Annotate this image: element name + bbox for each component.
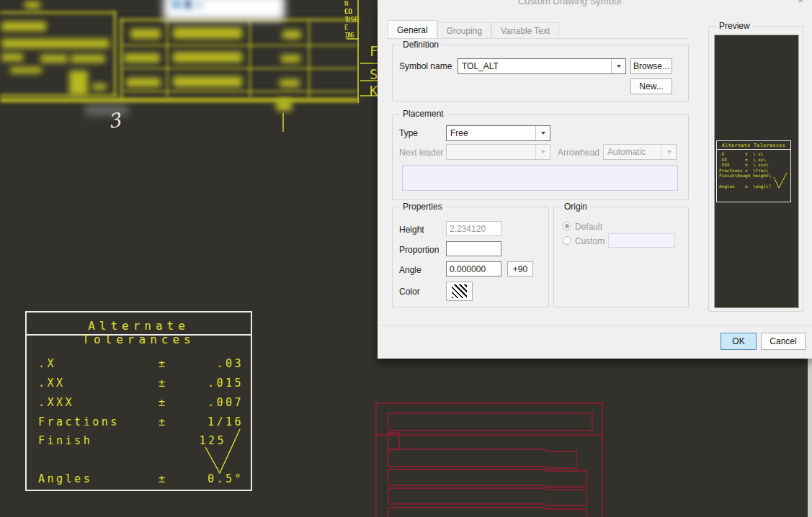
- new-button[interactable]: New...: [630, 78, 672, 94]
- blur-blob: [130, 29, 161, 39]
- proportion-label: Proportion: [399, 245, 439, 255]
- tab-variable-text[interactable]: Variable Text: [491, 22, 559, 39]
- blur-line: [114, 12, 116, 96]
- dialog-title: Custom Drawing Symbol: [378, 0, 762, 6]
- tab-strip: General Grouping Variable Text: [388, 20, 559, 39]
- tol-label: .XX: [38, 377, 66, 390]
- blur-line: [166, 20, 168, 98]
- type-value: Free: [447, 128, 535, 138]
- tol-value: 0.5°: [164, 472, 244, 485]
- tol-label: Fractions: [38, 415, 120, 428]
- symbol-name-value: TOL_ALT: [458, 61, 611, 71]
- preview-row: .X ± \.x\: [717, 151, 790, 157]
- type-label: Type: [399, 128, 418, 138]
- blur-blob: [282, 30, 301, 39]
- zone-letter: K: [370, 83, 378, 99]
- default-radio-label: Default: [575, 222, 602, 232]
- browse-button[interactable]: Browse...: [630, 58, 672, 74]
- definition-group: Definition Symbol name TOL_ALT Browse...…: [392, 45, 689, 102]
- preview-symbol: Alternate Tolerances .X ± \.x\ .XX ± \.x…: [716, 140, 791, 202]
- note-fragment: USE: [347, 16, 361, 24]
- blur-blob: [173, 27, 242, 39]
- blur-blob: [173, 76, 242, 87]
- blur-line: [249, 20, 251, 98]
- preview-symbol-title: Alternate Tolerances: [717, 141, 790, 150]
- tol-value: 125: [147, 434, 226, 447]
- footer-separator: [378, 325, 812, 326]
- tab-grouping[interactable]: Grouping: [437, 22, 491, 39]
- blur-blob: [1, 53, 23, 61]
- logo-mark: [171, 0, 182, 9]
- angle-label: Angle: [399, 265, 421, 275]
- properties-group-label: Properties: [400, 202, 445, 212]
- placement-group: Placement Type Free Next leader Arrowhea…: [392, 114, 689, 200]
- origin-group-label: Origin: [561, 202, 590, 212]
- color-label: Color: [399, 287, 420, 297]
- angle-field[interactable]: 0.000000: [446, 261, 501, 277]
- default-radio: [563, 222, 571, 230]
- cancel-button[interactable]: Cancel: [761, 333, 806, 350]
- blur-line: [122, 68, 357, 69]
- tol-label: .X: [38, 357, 56, 370]
- arrowhead-value: Automatic: [604, 147, 661, 157]
- redacted-logo: [164, 0, 285, 20]
- color-swatch-button[interactable]: [446, 282, 473, 301]
- window-edge: [808, 359, 812, 517]
- chevron-down-icon: [535, 145, 550, 159]
- symbol-name-combo[interactable]: TOL_ALT: [458, 58, 626, 74]
- blur-blob: [92, 84, 107, 90]
- blur-line: [122, 45, 357, 46]
- blur-blob: [24, 1, 40, 9]
- type-combo[interactable]: Free: [446, 125, 550, 141]
- tolerance-row: Angles ± 0.5°: [27, 472, 251, 485]
- origin-group: Origin Default Custom: [553, 207, 689, 307]
- close-icon[interactable]: ×: [798, 0, 803, 6]
- preview-row: .XX ± \.xx\: [717, 157, 790, 163]
- blur-line: [0, 94, 117, 96]
- blur-blob: [126, 78, 161, 87]
- custom-drawing-symbol-dialog: Custom Drawing Symbol × General Grouping…: [378, 0, 812, 359]
- definition-group-label: Definition: [400, 40, 442, 50]
- custom-radio-label: Custom: [575, 236, 604, 246]
- preview-row: .XXX ± \.xxx\: [717, 162, 790, 168]
- chevron-down-icon[interactable]: [535, 126, 550, 140]
- blur-blob: [1, 39, 110, 48]
- blur-blob: [69, 71, 88, 95]
- tol-value: 1/16: [164, 415, 244, 428]
- plus90-button[interactable]: +90: [507, 261, 533, 277]
- tolerance-row: Fractions ± 1/16: [27, 415, 251, 428]
- logo-mark: [184, 0, 192, 9]
- arrowhead-combo: Automatic: [603, 144, 677, 160]
- tab-general[interactable]: General: [388, 20, 437, 39]
- next-leader-combo: [446, 144, 550, 160]
- tolerance-table-title: Alternate Tolerances: [27, 313, 251, 336]
- custom-radio: [563, 236, 571, 245]
- blur-line: [308, 20, 310, 98]
- blur-line: [0, 12, 115, 14]
- placement-text-area[interactable]: [402, 165, 678, 191]
- blur-blob: [10, 67, 42, 73]
- blur-line: [122, 91, 357, 92]
- blur-line: [0, 98, 358, 102]
- arrowhead-label: Arrowhead: [558, 148, 599, 158]
- chevron-down-icon: [661, 145, 676, 159]
- preview-viewport: Alternate Tolerances .X ± \.x\ .XX ± \.x…: [714, 35, 799, 308]
- tol-label: Angles: [38, 472, 92, 485]
- placement-group-label: Placement: [400, 109, 447, 119]
- properties-group: Properties Height 2.234120 Proportion An…: [392, 207, 549, 307]
- tol-label: .XXX: [38, 396, 74, 409]
- blur-blob: [40, 55, 68, 63]
- blur-blob: [173, 52, 242, 63]
- height-label: Height: [399, 225, 424, 235]
- ok-button[interactable]: OK: [720, 333, 757, 350]
- screen: { "dialog": { "title": "Custom Drawing S…: [0, 0, 812, 517]
- proportion-field[interactable]: [446, 241, 501, 256]
- preview-group-label: Preview: [716, 21, 753, 31]
- logo-mark: [195, 1, 203, 9]
- tolerance-row: Finish 125: [27, 434, 251, 447]
- tolerance-row: .XX ± .015: [27, 377, 251, 390]
- blur-blob: [71, 55, 105, 63]
- blur-line: [120, 19, 122, 99]
- symbol-name-label: Symbol name: [399, 61, 452, 71]
- chevron-down-icon[interactable]: [611, 59, 625, 73]
